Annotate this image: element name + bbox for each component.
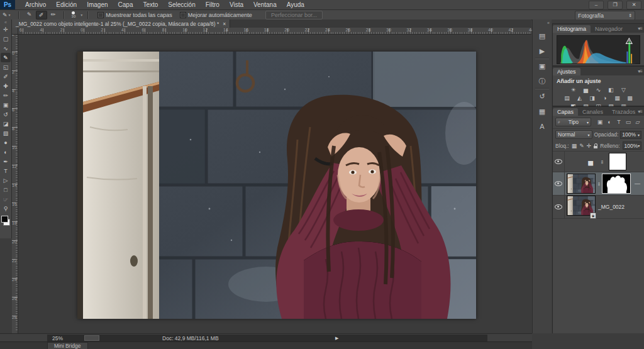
lock-move-icon[interactable]: ✛ (587, 143, 592, 149)
move-tool[interactable]: ✛ (1, 25, 11, 34)
type-tool[interactable]: T (1, 166, 11, 175)
zoom-tool[interactable]: ⚲ (1, 204, 11, 213)
status-scrubber[interactable] (84, 335, 99, 341)
menu-imagen[interactable]: Imagen (82, 1, 113, 8)
photo-filter-icon[interactable]: ◑ (601, 94, 609, 101)
color-balance-icon[interactable]: ◭ (575, 94, 584, 101)
menu-archivo[interactable]: Archivo (20, 1, 51, 8)
zoom-level-field[interactable]: 25% (52, 335, 63, 341)
tab-trazados[interactable]: Trazados (608, 108, 640, 116)
clone-stamp-tool[interactable]: ▣ (1, 100, 11, 109)
lasso-tool[interactable]: ∿ (1, 43, 11, 53)
gradient-tool[interactable]: ▧ (1, 128, 11, 138)
blur-tool[interactable]: ● (1, 138, 11, 147)
layer-row-adjustment[interactable]: ▅ ∞ (553, 152, 644, 172)
info-panel-icon[interactable]: ⓘ (533, 75, 552, 87)
menu-texto[interactable]: Texto (138, 1, 163, 8)
tab-navegador[interactable]: Navegador (591, 25, 627, 33)
clone-source-panel-icon[interactable]: ▣ (533, 60, 552, 72)
marquee-tool[interactable]: ▢ (1, 34, 11, 43)
tab-capas[interactable]: Capas (553, 108, 578, 116)
current-tool-preset[interactable]: ✎ ▾ (0, 12, 13, 18)
visibility-toggle[interactable] (553, 196, 565, 218)
character-styles-panel-icon[interactable]: A (533, 120, 552, 133)
restore-button[interactable]: ❐ (608, 1, 623, 9)
refine-edge-button[interactable]: Perfeccionar bor... (265, 11, 323, 19)
close-tab-icon[interactable]: × (223, 21, 226, 27)
canvas-area[interactable] (18, 35, 531, 333)
workspace-switcher[interactable]: Fotografía ⇕ (575, 11, 635, 20)
exposure-icon[interactable]: ◧ (607, 86, 615, 93)
levels-icon[interactable]: ▅ (582, 86, 590, 93)
history-brush-tool[interactable]: ↺ (1, 109, 11, 119)
tab-canales[interactable]: Canales (578, 108, 608, 116)
new-selection-brush-icon[interactable]: ✎ (25, 11, 35, 18)
layer-mask-thumbnail[interactable] (602, 174, 631, 194)
pen-tool[interactable]: ✒ (1, 157, 11, 166)
filter-type-dropdown[interactable]: ⌕ Tipo ▾ (555, 118, 591, 126)
opacity-field[interactable]: 100% ▾ (620, 131, 641, 139)
visibility-toggle[interactable] (553, 152, 565, 172)
layer-comps-panel-icon[interactable]: ▦ (533, 105, 552, 118)
quick-selection-tool[interactable]: ✎ (1, 53, 11, 62)
checkbox-option-1[interactable]: Mejorar automáticamente (180, 12, 252, 18)
color-lookup-icon[interactable]: ▩ (626, 94, 634, 101)
document-tab[interactable]: _MG_0022 como objeto inteligente-1 al 25… (12, 19, 230, 28)
menu-selección[interactable]: Selección (163, 1, 200, 8)
add-to-selection-brush-icon[interactable]: ✐ (36, 11, 47, 19)
menu-capa[interactable]: Capa (113, 1, 138, 8)
filter-shape-layers-icon[interactable]: ▭ (625, 119, 632, 125)
status-menu-arrow-icon[interactable]: ▶ (335, 336, 338, 341)
layer-row-copy[interactable]: ∞ — (553, 172, 644, 196)
eraser-tool[interactable]: ◪ (1, 119, 11, 128)
vertical-ruler[interactable]: 20246810121416182022242628 (12, 35, 18, 333)
menu-edición[interactable]: Edición (51, 1, 82, 8)
hue-saturation-icon[interactable]: ▤ (563, 94, 571, 101)
channel-mixer-icon[interactable]: ▦ (613, 94, 621, 101)
adjustment-mask-thumbnail[interactable] (609, 153, 626, 170)
photo-document[interactable] (77, 52, 476, 319)
collapse-panel-icon[interactable]: « (4, 20, 7, 25)
filter-pixel-layers-icon[interactable]: ▣ (596, 119, 604, 125)
filter-adjustment-layers-icon[interactable]: ◐ (606, 119, 613, 125)
history-panel-icon[interactable]: ↺ (533, 90, 552, 102)
panel-menu-icon[interactable]: ▾≡ (638, 26, 642, 31)
panel-menu-icon[interactable]: ▾≡ (638, 109, 642, 114)
checkbox-option-0[interactable]: Muestrear todas las capas (97, 12, 172, 18)
actions-panel-icon[interactable]: ▶ (533, 45, 552, 57)
foreground-color-swatch[interactable] (1, 216, 8, 223)
tab-ajustes[interactable]: Ajustes (553, 68, 580, 75)
filter-type-layers-icon[interactable]: T (615, 119, 623, 125)
menu-ventana[interactable]: Ventana (248, 1, 282, 8)
brightness-contrast-icon[interactable]: ☀ (569, 86, 577, 93)
shape-tool[interactable]: □ (1, 185, 11, 194)
crop-tool[interactable]: ◱ (1, 62, 11, 72)
dodge-tool[interactable]: ◐ (1, 147, 11, 157)
menu-ayuda[interactable]: Ayuda (282, 1, 309, 8)
close-button[interactable]: ✕ (626, 1, 641, 9)
horizontal-ruler[interactable]: 6420246810121416182022242628303234363840… (12, 28, 531, 35)
brush-size-picker[interactable]: 30 (70, 11, 78, 18)
tab-histograma[interactable]: Histograma (553, 25, 591, 33)
lock-transparency-icon[interactable]: ▦ (572, 143, 577, 149)
expand-panels-icon[interactable]: « (547, 21, 550, 25)
mini-bridge-panel-icon[interactable]: ▤ (533, 30, 552, 42)
lock-paint-icon[interactable]: ✎ (579, 143, 584, 149)
mini-bridge-tab[interactable]: Mini Bridge (47, 342, 88, 349)
hand-tool[interactable]: ☞ (1, 194, 11, 204)
menu-filtro[interactable]: Filtro (201, 1, 225, 8)
path-selection-tool[interactable]: ▷ (1, 175, 11, 185)
eyedropper-tool[interactable]: ✐ (1, 72, 11, 81)
menu-vista[interactable]: Vista (225, 1, 248, 8)
healing-brush-tool[interactable]: ✚ (1, 81, 11, 91)
layer-row-base[interactable]: ▣ _MG_0022 (553, 196, 644, 219)
curves-icon[interactable]: ∿ (594, 86, 602, 93)
fill-field[interactable]: 100% ▾ (623, 141, 642, 150)
visibility-toggle[interactable] (553, 172, 565, 195)
filter-smart-objects-icon[interactable]: ▱ (634, 119, 641, 125)
blend-mode-dropdown[interactable]: Normal ▾ (555, 130, 592, 139)
black-white-icon[interactable]: ◨ (588, 94, 596, 101)
subtract-from-selection-brush-icon[interactable]: ✏ (48, 11, 58, 18)
layer-thumbnail[interactable] (567, 174, 596, 194)
brush-tool[interactable]: ✏ (1, 91, 11, 100)
